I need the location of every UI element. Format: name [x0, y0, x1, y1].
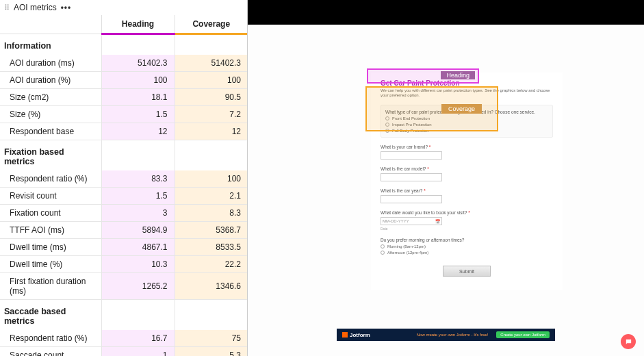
- question-time-pref: Do you prefer morning or afternoon times…: [381, 238, 553, 255]
- metric-heading-value: 1: [101, 347, 175, 357]
- jotform-mark-icon: [342, 332, 348, 338]
- metric-coverage-value: 12: [175, 123, 248, 140]
- required-icon: *: [429, 144, 431, 149]
- metric-heading-value: 12: [101, 123, 175, 140]
- metrics-group-row: Saccade based metrics: [0, 300, 248, 331]
- metric-name: Size (cm2): [0, 89, 101, 106]
- metric-coverage-value: 90.5: [175, 89, 248, 106]
- metrics-panel-title: AOI metrics: [14, 3, 57, 12]
- metric-coverage-value: 51402.3: [175, 55, 248, 72]
- metric-coverage-value: 5368.7: [175, 222, 248, 239]
- metric-coverage-value: 2.1: [175, 188, 248, 205]
- metrics-panel: ⠿ AOI metrics ••• Heading Coverage Infor…: [0, 0, 248, 356]
- preview-area[interactable]: Heading Coverage Get Car Paint Protectio…: [248, 25, 644, 356]
- metric-name: TTFF AOI (ms): [0, 222, 101, 239]
- question-car-year: What is the car year? *: [381, 188, 553, 203]
- col-name: [0, 15, 101, 34]
- metrics-row[interactable]: Size (%)1.57.2: [0, 106, 248, 123]
- metrics-panel-header: ⠿ AOI metrics •••: [0, 0, 247, 15]
- metric-name: Size (%): [0, 106, 101, 123]
- metric-coverage-value: 1346.6: [175, 273, 248, 300]
- metric-name: Respondent ratio (%): [0, 170, 101, 188]
- jotform-logo[interactable]: Jotform: [342, 332, 370, 338]
- aoi-overlay-coverage[interactable]: Coverage: [365, 86, 498, 131]
- metric-heading-value: 100: [101, 72, 175, 89]
- table-header-row: Heading Coverage: [0, 15, 248, 34]
- metrics-row[interactable]: Dwell time (%)10.322.2: [0, 256, 248, 273]
- q6-opt2[interactable]: Afternoon (12pm-4pm): [381, 251, 553, 255]
- col-heading[interactable]: Heading: [101, 15, 175, 34]
- radio-icon: [381, 244, 385, 249]
- metric-heading-value: 10.3: [101, 256, 175, 273]
- metrics-row[interactable]: Size (cm2)18.190.5: [0, 89, 248, 106]
- col-coverage[interactable]: Coverage: [175, 15, 248, 34]
- aoi-overlay-heading[interactable]: Heading: [367, 68, 479, 84]
- calendar-icon: 📅: [435, 219, 440, 224]
- metrics-row[interactable]: TTFF AOI (ms)5894.95368.7: [0, 222, 248, 239]
- metric-name: Dwell time (ms): [0, 239, 101, 256]
- metrics-row[interactable]: Fixation count38.3: [0, 205, 248, 222]
- date-hint: Date: [381, 227, 553, 231]
- metric-name: Fixation count: [0, 205, 101, 222]
- metric-name: Respondent ratio (%): [0, 330, 101, 347]
- metrics-row[interactable]: Respondent ratio (%)83.3100: [0, 170, 248, 188]
- chat-fab-button[interactable]: [621, 334, 636, 349]
- form-card: Heading Coverage Get Car Paint Protectio…: [371, 73, 563, 290]
- radio-icon: [381, 251, 385, 255]
- aoi-heading-tag: Heading: [441, 71, 475, 79]
- chat-icon: [625, 338, 632, 346]
- required-icon: *: [468, 210, 470, 215]
- jotform-tagline: Now create your own Jotform - It's free!: [417, 333, 489, 337]
- jotform-cta-button[interactable]: Create your own Jotform: [496, 331, 550, 338]
- metric-name: AOI duration (ms): [0, 55, 101, 72]
- question-car-brand: What is your car brand? *: [381, 144, 553, 160]
- question-car-model: What is the car model? *: [381, 166, 553, 181]
- metrics-row[interactable]: First fixation duration (ms)1265.21346.6: [0, 273, 248, 300]
- metrics-row[interactable]: AOI duration (%)100100: [0, 72, 248, 89]
- metrics-table: Heading Coverage InformationAOI duration…: [0, 15, 248, 356]
- metric-name: First fixation duration (ms): [0, 273, 101, 300]
- car-year-input[interactable]: [381, 195, 442, 203]
- metric-name: Respondent base: [0, 123, 101, 140]
- more-menu-button[interactable]: •••: [61, 3, 72, 12]
- metric-heading-value: 51402.3: [101, 55, 175, 72]
- metrics-row[interactable]: Revisit count1.52.1: [0, 188, 248, 205]
- metric-coverage-value: 8.3: [175, 205, 248, 222]
- required-icon: *: [424, 188, 426, 193]
- q6-opt1[interactable]: Morning (8am-12pm): [381, 244, 553, 249]
- aoi-coverage-tag: Coverage: [441, 104, 482, 114]
- metric-coverage-value: 100: [175, 170, 248, 188]
- metric-name: AOI duration (%): [0, 72, 101, 89]
- stimulus-preview: Heading Coverage Get Car Paint Protectio…: [248, 0, 644, 356]
- metrics-row[interactable]: AOI duration (ms)51402.351402.3: [0, 55, 248, 72]
- jotform-bar: Jotform Now create your own Jotform - It…: [337, 329, 555, 341]
- car-model-input[interactable]: [381, 173, 442, 181]
- metric-coverage-value: 5.3: [175, 347, 248, 357]
- metric-coverage-value: 75: [175, 330, 248, 347]
- metric-name: Saccade count: [0, 347, 101, 357]
- metrics-row[interactable]: Saccade count15.3: [0, 347, 248, 357]
- question-visit-date: What date would you like to book your vi…: [381, 210, 553, 231]
- metrics-row[interactable]: Respondent ratio (%)16.775: [0, 330, 248, 347]
- metric-coverage-value: 7.2: [175, 106, 248, 123]
- metrics-row[interactable]: Dwell time (ms)4867.18533.5: [0, 239, 248, 256]
- metric-heading-value: 16.7: [101, 330, 175, 347]
- required-icon: *: [427, 166, 429, 171]
- metrics-row[interactable]: Respondent base1212: [0, 123, 248, 140]
- metric-heading-value: 1265.2: [101, 273, 175, 300]
- app-root: ⠿ AOI metrics ••• Heading Coverage Infor…: [0, 0, 644, 356]
- metric-heading-value: 4867.1: [101, 239, 175, 256]
- metric-heading-value: 3: [101, 205, 175, 222]
- car-brand-input[interactable]: [381, 151, 442, 160]
- q6-label: Do you prefer morning or afternoon times…: [381, 238, 553, 242]
- submit-button[interactable]: Submit: [443, 266, 491, 277]
- metric-coverage-value: 8533.5: [175, 239, 248, 256]
- metric-coverage-value: 22.2: [175, 256, 248, 273]
- visit-date-input[interactable]: MM-DD-YYYY 📅: [381, 217, 442, 225]
- metric-heading-value: 83.3: [101, 170, 175, 188]
- letterbox-top: [248, 0, 644, 25]
- metric-name: Revisit count: [0, 188, 101, 205]
- drag-handle-icon[interactable]: ⠿: [4, 3, 10, 12]
- metric-heading-value: 18.1: [101, 89, 175, 106]
- metrics-group-row: Information: [0, 34, 248, 55]
